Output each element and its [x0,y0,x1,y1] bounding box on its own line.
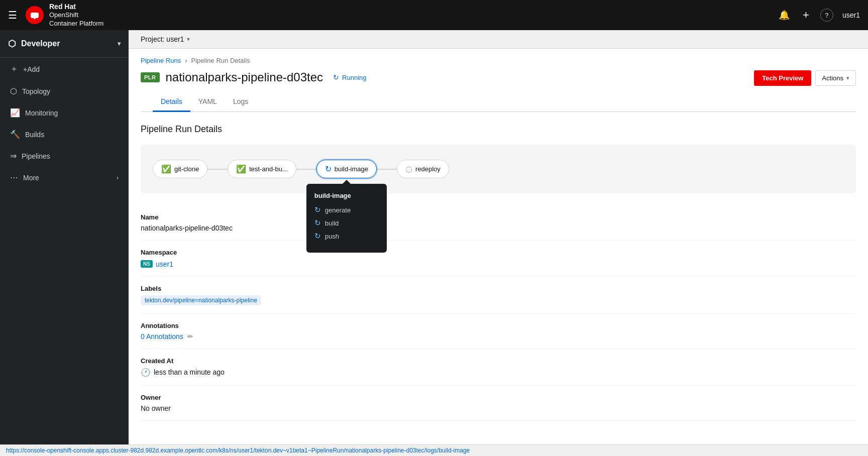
tab-details[interactable]: Details [153,92,190,112]
detail-owner-row: Owner No owner [141,386,856,421]
annotations-label: Annotations [141,322,856,329]
status-text: Running [342,74,366,81]
top-nav: ☰ Red Hat OpenShift Container Platform 🔔… [0,0,868,30]
detail-labels-row: Labels tekton.dev/pipeline=nationalparks… [141,277,856,314]
created-at-value: 🕐 less than a minute ago [141,368,856,377]
tooltip-title: build-image [314,192,379,199]
detail-annotations-row: Annotations 0 Annotations ✏ [141,314,856,349]
tab-yaml[interactable]: YAML [190,92,225,112]
generate-label: generate [325,206,351,214]
push-running-icon: ↻ [314,232,321,241]
layout: ⬡ Developer ▾ ＋ +Add ⬡ Topology 📈 Monito… [0,30,868,456]
pipeline-step-redeploy[interactable]: ◌ redeploy [397,160,449,178]
build-image-label: build-image [335,165,368,173]
topology-nav-icon: ⬡ [10,86,17,96]
actions-chevron-icon: ▾ [846,75,849,81]
push-label: push [325,233,339,240]
annotations-link[interactable]: 0 Annotations [141,332,183,340]
perspective-label: Developer [21,39,60,48]
pipeline-step-build-image[interactable]: ↻ build-image build-image ↻ generate ↻ [316,160,377,178]
resource-header: PLR nationalparks-pipeline-d03tec ↻ Runn… [141,70,856,84]
name-value: nationalparks-pipeline-d03tec [141,224,856,232]
pipeline-visualization: ✅ git-clone ✅ test-and-bu... ↻ build-ima… [141,145,856,193]
created-at-text: less than a minute ago [154,368,225,376]
label-tag[interactable]: tekton.dev/pipeline=nationalparks-pipeli… [141,295,261,305]
pipeline-step-test-and-bu[interactable]: ✅ test-and-bu... [228,160,296,178]
namespace-label: Namespace [141,249,856,256]
git-clone-label: git-clone [174,165,199,173]
breadcrumb-parent[interactable]: Pipeline Runs [141,57,181,64]
sidebar-item-label-add: +Add [23,65,40,73]
pipelines-nav-icon: ⇒ [10,151,17,161]
git-clone-success-icon: ✅ [161,164,171,174]
annotations-value: 0 Annotations ✏ [141,332,856,340]
sidebar-item-label-more: More [23,174,39,182]
sidebar-item-pipelines[interactable]: ⇒ Pipelines [0,145,129,167]
hamburger-menu[interactable]: ☰ [8,9,17,21]
tooltip-substep-push[interactable]: ↻ push [314,232,379,241]
add-nav-icon: ＋ [10,64,18,74]
sidebar-item-builds[interactable]: 🔨 Builds [0,124,129,145]
detail-created-at-row: Created At 🕐 less than a minute ago [141,349,856,386]
build-image-running-icon: ↻ [325,164,332,174]
section-title: Pipeline Run Details [141,124,856,135]
more-nav-icon: ⋯ [10,173,18,182]
namespace-value: NS user1 [141,259,856,268]
build-image-tooltip: build-image ↻ generate ↻ build ↻ [306,184,387,253]
tooltip-substep-generate[interactable]: ↻ generate [314,205,379,214]
pipeline-step-git-clone[interactable]: ✅ git-clone [153,160,207,178]
notifications-button[interactable]: 🔔 [777,8,792,23]
tab-logs[interactable]: Logs [225,92,256,112]
sidebar-item-more[interactable]: ⋯ More › [0,167,129,188]
pipeline-connector-1 [207,169,228,170]
brand-text: Red Hat OpenShift Container Platform [49,2,103,28]
sidebar: ⬡ Developer ▾ ＋ +Add ⬡ Topology 📈 Monito… [0,30,129,456]
brand-openshift: OpenShift [49,11,103,20]
pipeline-steps: ✅ git-clone ✅ test-and-bu... ↻ build-ima… [153,160,844,178]
ns-badge: NS user1 [141,260,173,268]
detail-name-row: Name nationalparks-pipeline-d03tec [141,205,856,241]
brand-redhat: Red Hat [49,2,103,11]
namespace-link[interactable]: user1 [156,260,173,268]
tech-preview-button[interactable]: Tech Preview [754,70,811,86]
add-button[interactable]: + [801,7,811,24]
sidebar-item-monitoring[interactable]: 📈 Monitoring [0,102,129,124]
actions-dropdown-button[interactable]: Actions ▾ [815,70,856,86]
generate-running-icon: ↻ [314,205,321,214]
pipeline-connector-3 [377,169,397,170]
resource-type-badge: PLR [141,72,160,82]
project-bar: Project: user1 ▾ [129,30,868,49]
sidebar-item-add[interactable]: ＋ +Add [0,58,129,80]
sidebar-item-label-monitoring: Monitoring [25,109,58,117]
project-label-text: Project: user1 [141,35,184,43]
user-menu[interactable]: user1 [842,11,860,19]
created-at-label: Created At [141,357,856,365]
tabs: Details YAML Logs [141,92,856,112]
developer-icon: ⬡ [8,38,16,49]
redeploy-pending-icon: ◌ [405,164,412,174]
tooltip-substep-build[interactable]: ↻ build [314,218,379,227]
test-success-icon: ✅ [236,164,246,174]
monitoring-nav-icon: 📈 [10,108,20,118]
test-label: test-and-bu... [249,165,288,173]
header-actions: Tech Preview Actions ▾ [754,70,856,86]
help-button[interactable]: ? [820,9,833,22]
perspective-switcher[interactable]: ⬡ Developer ▾ [0,30,129,58]
breadcrumb-separator: › [185,57,187,64]
detail-namespace-row: Namespace NS user1 [141,241,856,277]
edit-annotations-icon[interactable]: ✏ [187,332,193,340]
owner-value: No owner [141,404,856,412]
nav-right: 🔔 + ? user1 [777,7,860,24]
project-chevron-icon: ▾ [187,36,190,43]
breadcrumb: Pipeline Runs › Pipeline Run Details [141,57,856,64]
status-bar[interactable]: https://console-openshift-console.apps.c… [0,444,868,456]
pipeline-connector-2 [296,169,316,170]
sidebar-item-topology[interactable]: ⬡ Topology [0,80,129,102]
project-selector[interactable]: Project: user1 ▾ [141,35,190,43]
clock-icon: 🕐 [141,368,151,377]
redeploy-label: redeploy [415,165,441,173]
running-spin-icon: ↻ [333,73,339,81]
status-badge: ↻ Running [333,73,366,81]
actions-label: Actions [822,74,843,82]
build-label: build [325,219,339,227]
